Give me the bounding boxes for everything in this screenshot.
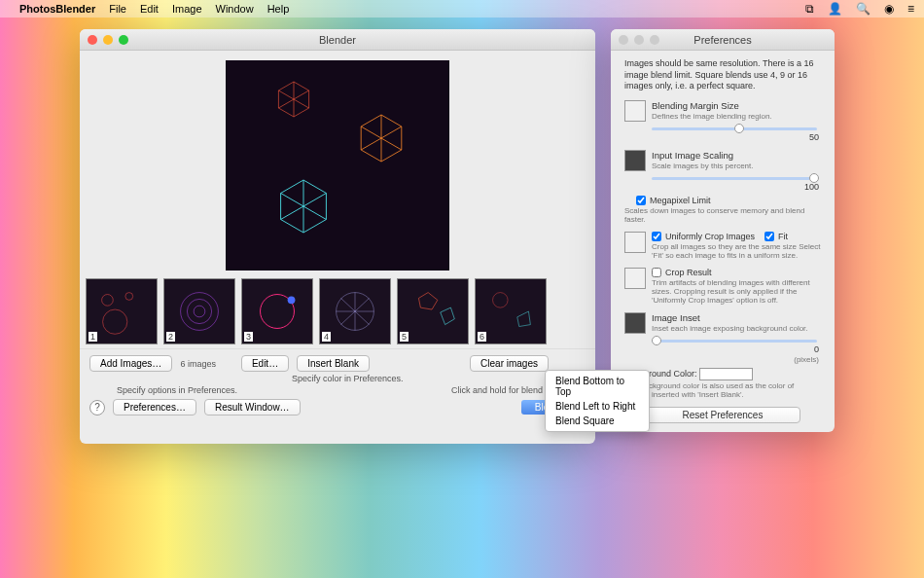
intro-text: Images should be same resolution. There … (624, 58, 821, 92)
svg-point-13 (125, 293, 133, 301)
crop-icon (624, 232, 646, 253)
inset-label: Image Inset (652, 312, 821, 323)
thumbnail-strip: 1 2 3 4 5 6 (80, 271, 595, 349)
crop-label: Uniformly Crop Images (665, 232, 755, 241)
user-icon[interactable]: 👤 (828, 2, 842, 16)
megapixel-label: Megapixel Limit (650, 196, 711, 205)
inset-icon (624, 312, 646, 334)
thumb-5[interactable]: 5 (397, 278, 469, 344)
cropresult-icon (624, 268, 646, 289)
svg-marker-28 (517, 311, 531, 327)
inset-desc: Inset each image exposing background col… (652, 324, 821, 333)
specify-opts-note: Specify options in Preferences. (117, 385, 237, 395)
inset-unit: (pixels) (794, 355, 819, 364)
menu-image[interactable]: Image (172, 3, 202, 15)
inset-slider[interactable] (652, 340, 817, 343)
thumb-6[interactable]: 6 (475, 278, 547, 344)
svg-point-16 (187, 299, 211, 323)
margin-slider[interactable] (652, 127, 817, 130)
svg-point-19 (288, 296, 296, 304)
bgcolor-desc: The background color is also used as the… (624, 381, 821, 399)
thumb-4[interactable]: 4 (319, 278, 391, 344)
clear-images-button[interactable]: Clear images (470, 355, 549, 372)
cropresult-label: Crop Result (665, 268, 712, 277)
inset-value: 0 (814, 344, 819, 354)
svg-point-12 (102, 295, 114, 307)
margin-label: Blending Margin Size (652, 100, 821, 111)
margin-icon (624, 100, 646, 122)
svg-point-15 (181, 293, 219, 331)
bgcolor-swatch[interactable] (699, 368, 753, 380)
siri-icon[interactable]: ◉ (884, 2, 894, 16)
blend-left-right[interactable]: Blend Left to Right (546, 399, 649, 414)
cropresult-checkbox[interactable] (652, 268, 661, 277)
svg-marker-26 (441, 307, 455, 324)
search-icon[interactable]: 🔍 (856, 2, 871, 16)
blend-menu: Blend Bottom to Top Blend Left to Right … (545, 370, 650, 432)
blend-bottom-top[interactable]: Blend Bottom to Top (546, 374, 649, 399)
blend-square[interactable]: Blend Square (546, 414, 649, 428)
result-window-button[interactable]: Result Window… (204, 399, 301, 415)
svg-point-27 (493, 293, 509, 308)
menu-help[interactable]: Help (267, 3, 290, 15)
list-icon[interactable]: ≡ (907, 2, 914, 16)
megapixel-desc: Scales down images to conserve memory an… (624, 206, 821, 224)
reset-button[interactable]: Reset Preferences (645, 407, 800, 423)
menu-edit[interactable]: Edit (140, 3, 159, 15)
thumb-3[interactable]: 3 (241, 278, 313, 344)
scale-icon (624, 150, 646, 171)
thumb-2[interactable]: 2 (163, 278, 235, 344)
scale-desc: Scale images by this percent. (652, 162, 821, 170)
crop-desc: Crop all images so they are the same siz… (652, 242, 821, 260)
switch-icon[interactable]: ⧉ (805, 2, 814, 16)
svg-marker-25 (418, 293, 437, 309)
edit-button[interactable]: Edit… (241, 355, 289, 372)
window-title: Preferences (611, 34, 835, 46)
fit-label: Fit (778, 232, 788, 241)
titlebar: Blender (80, 29, 595, 51)
menubar: PhotosBlender File Edit Image Window Hel… (0, 0, 924, 18)
scale-value: 100 (624, 182, 819, 192)
window-title: Blender (80, 34, 595, 46)
svg-point-17 (194, 306, 205, 317)
margin-value: 50 (624, 132, 819, 142)
menu-file[interactable]: File (109, 3, 126, 15)
svg-point-14 (103, 309, 127, 334)
image-count: 6 images (180, 359, 216, 369)
specify-color-note: Specify color in Preferences. (292, 374, 404, 383)
scale-label: Input Image Scaling (652, 150, 821, 161)
preferences-button[interactable]: Preferences… (113, 399, 196, 415)
menu-window[interactable]: Window (216, 3, 254, 15)
thumb-1[interactable]: 1 (86, 278, 158, 344)
titlebar: Preferences (611, 29, 835, 51)
app-menu[interactable]: PhotosBlender (19, 3, 95, 15)
crop-checkbox[interactable] (652, 232, 661, 241)
insert-blank-button[interactable]: Insert Blank (297, 355, 370, 372)
margin-desc: Defines the image blending region. (652, 112, 821, 121)
blender-window: Blender 1 2 3 4 5 6 Add Images… 6 images… (80, 29, 595, 444)
megapixel-checkbox[interactable] (636, 196, 646, 205)
add-images-button[interactable]: Add Images… (89, 355, 172, 372)
preview-image (226, 60, 449, 271)
fit-checkbox[interactable] (764, 232, 774, 241)
help-button[interactable]: ? (89, 400, 105, 415)
scale-slider[interactable] (652, 177, 817, 180)
cropresult-desc: Trim artifacts of blending images with d… (652, 278, 821, 305)
